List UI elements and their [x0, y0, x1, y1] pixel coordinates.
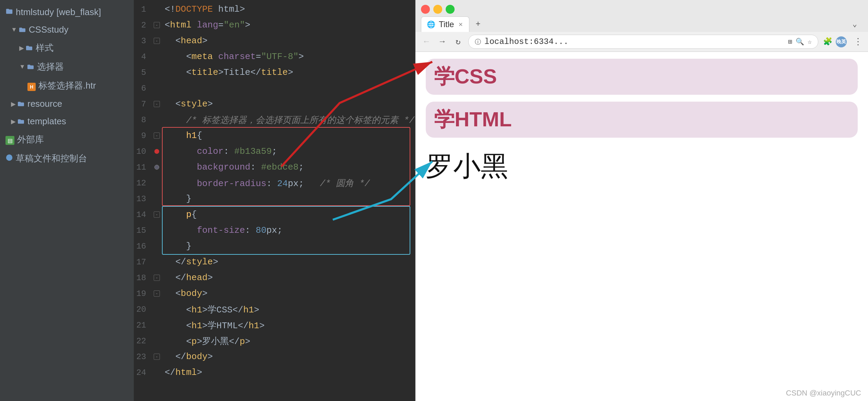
line-code-12: border-radius: 24px; /* 圆角 */ — [162, 177, 415, 189]
sidebar-templates-label: templates — [27, 116, 66, 127]
fold-icon-7[interactable]: - — [154, 101, 160, 107]
line-code-18: </head> — [162, 273, 415, 283]
chevron-right-icon: ▶ — [11, 100, 16, 108]
line-num-9: 9 — [134, 131, 152, 140]
code-line-16: 16 } — [134, 238, 415, 254]
gutter-dot-11 — [154, 165, 159, 170]
sidebar-item-draft[interactable]: 草稿文件和控制台 — [0, 149, 134, 168]
code-line-5: 5 <title>Title</title> — [134, 65, 415, 80]
sidebar-item-resource[interactable]: ▶ resource — [0, 95, 134, 113]
line-code-4: <meta charset="UTF-8"> — [162, 51, 415, 62]
gutter-7: - — [152, 101, 162, 107]
line-num-12: 12 — [134, 179, 152, 188]
folder-icon — [25, 43, 33, 53]
traffic-light-green[interactable] — [446, 5, 455, 14]
line-code-22: <p>罗小黑</p> — [162, 335, 415, 347]
traffic-light-red[interactable] — [421, 5, 430, 14]
breakpoint-dot — [154, 149, 159, 154]
traffic-light-yellow[interactable] — [433, 5, 442, 14]
line-code-5: <title>Title</title> — [162, 67, 415, 78]
fold-icon-2[interactable]: - — [154, 22, 160, 28]
line-num-5: 5 — [134, 68, 152, 77]
line-num-17: 17 — [134, 257, 152, 267]
folder-icon — [17, 99, 25, 109]
chevron-down-icon: ▼ — [19, 63, 25, 70]
code-line-24: 24 </html> — [134, 365, 415, 380]
line-code-19: <body> — [162, 288, 415, 299]
gutter-9: - — [152, 133, 162, 139]
gutter-11 — [152, 165, 162, 170]
fold-icon-23[interactable]: - — [154, 354, 160, 360]
line-num-11: 11 — [134, 163, 152, 172]
line-num-21: 21 — [134, 321, 152, 330]
sidebar: htmlstudy [web_flask] ▼ CSSstudy ▶ 样式 ▼ … — [0, 0, 134, 401]
sidebar-item-style[interactable]: ▶ 样式 — [0, 38, 134, 57]
sidebar-draft-label: 草稿文件和控制台 — [16, 152, 87, 164]
chevron-right-icon: ▶ — [19, 44, 24, 52]
line-code-24: </html> — [162, 367, 415, 378]
code-line-6: 6 — [134, 80, 415, 96]
line-num-13: 13 — [134, 194, 152, 204]
menu-icon[interactable]: ⋮ — [852, 36, 863, 47]
gutter-2: - — [152, 22, 162, 28]
sidebar-item-biaoqian[interactable]: H 标签选择器.htr — [0, 76, 134, 95]
new-tab-button[interactable]: + — [472, 19, 484, 30]
address-input[interactable]: ⓘ localhost:6334... ⊞ 🔍 ☆ — [468, 35, 818, 49]
forward-button[interactable]: → — [437, 36, 448, 47]
line-code-3: <head> — [162, 36, 415, 46]
code-lines: 1 <!DOCTYPE html> 2 - <html lang="en"> 3… — [134, 0, 415, 380]
line-code-15: font-size: 80px; — [162, 225, 415, 236]
line-num-8: 8 — [134, 115, 152, 125]
line-num-23: 23 — [134, 352, 152, 362]
browser-tabs: 🌐 Title ✕ + ⌄ — [415, 16, 868, 32]
ext-icons: 🧩 晚英 — [823, 36, 847, 47]
line-num-16: 16 — [134, 242, 152, 251]
address-bar: ← → ↻ ⓘ localhost:6334... ⊞ 🔍 ☆ 🧩 晚英 ⋮ — [415, 32, 868, 51]
code-line-7: 7 - <style> — [134, 96, 415, 112]
code-line-2: 2 - <html lang="en"> — [134, 17, 415, 33]
address-lock-icon: ⓘ — [475, 38, 481, 46]
line-code-11: background: #ebdce8; — [162, 162, 415, 172]
sidebar-root-label: htmlstudy [web_flask] — [16, 7, 101, 18]
external-icon: ▤ — [5, 134, 14, 145]
reload-button[interactable]: ↻ — [453, 36, 464, 47]
fold-icon-14[interactable]: - — [154, 211, 160, 218]
sidebar-item-templates[interactable]: ▶ templates — [0, 113, 134, 130]
tab-close-button[interactable]: ✕ — [457, 21, 464, 27]
sidebar-style-label: 样式 — [36, 42, 54, 54]
line-num-4: 4 — [134, 52, 152, 61]
fold-icon-19[interactable]: - — [154, 290, 160, 297]
browser-tab-active[interactable]: 🌐 Title ✕ — [421, 16, 469, 32]
browser-chrome: 🌐 Title ✕ + ⌄ ← → ↻ ⓘ localhost:6334... … — [415, 0, 868, 52]
code-line-9: 9 - h1{ — [134, 128, 415, 144]
sidebar-item-external[interactable]: ▤ 外部库 — [0, 130, 134, 149]
back-button[interactable]: ← — [421, 36, 432, 47]
code-line-13: 13 } — [134, 191, 415, 207]
user-avatar[interactable]: 晚英 — [836, 36, 847, 47]
fold-icon-9[interactable]: - — [154, 133, 160, 139]
line-code-23: </body> — [162, 352, 415, 362]
fold-icon-18[interactable]: - — [154, 275, 160, 281]
address-actions: ⊞ 🔍 ☆ — [788, 37, 812, 46]
gutter-23: - — [152, 354, 162, 360]
line-code-16: } — [162, 241, 415, 251]
line-code-2: <html lang="en"> — [162, 20, 415, 30]
line-num-22: 22 — [134, 336, 152, 346]
sidebar-root-item[interactable]: htmlstudy [web_flask] — [0, 3, 134, 21]
address-text: localhost:6334... — [484, 37, 785, 46]
code-line-20: 20 <h1>学CSS</h1> — [134, 301, 415, 317]
browser-window: 🌐 Title ✕ + ⌄ ← → ↻ ⓘ localhost:6334... … — [415, 0, 868, 401]
line-code-13: } — [162, 194, 415, 204]
code-line-22: 22 <p>罗小黑</p> — [134, 333, 415, 349]
code-line-4: 4 <meta charset="UTF-8"> — [134, 49, 415, 65]
tab-more-button[interactable]: ⌄ — [853, 20, 863, 29]
code-line-19: 19 - <body> — [134, 286, 415, 301]
fold-icon-3[interactable]: - — [154, 38, 160, 44]
sidebar-item-csstudy[interactable]: ▼ CSSstudy — [0, 21, 134, 38]
gutter-18: - — [152, 275, 162, 281]
line-num-18: 18 — [134, 273, 152, 283]
tab-title: Title — [439, 20, 454, 29]
code-line-17: 17 </style> — [134, 254, 415, 270]
svg-point-0 — [6, 154, 12, 161]
sidebar-item-selector[interactable]: ▼ 选择器 — [0, 57, 134, 76]
